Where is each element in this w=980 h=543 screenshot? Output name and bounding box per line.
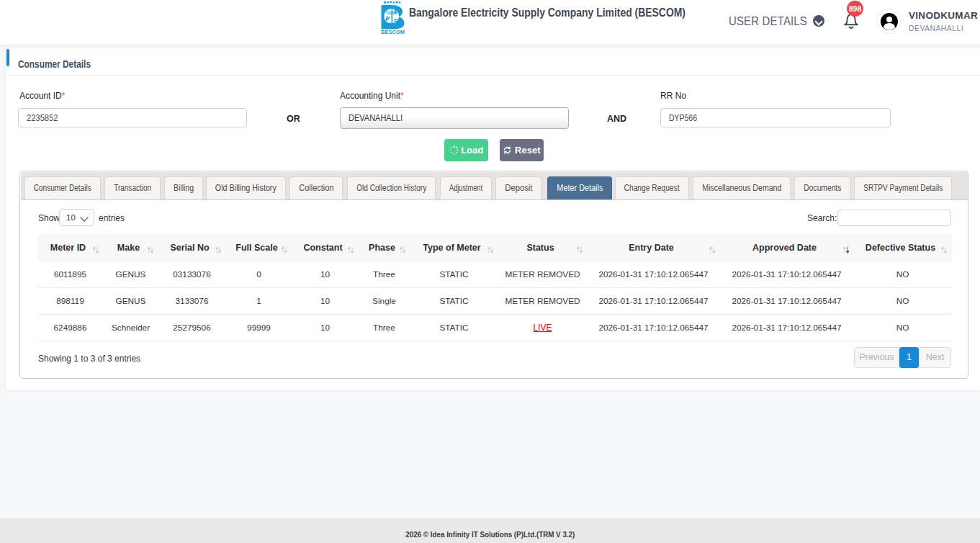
svg-text:BESCOM: BESCOM xyxy=(381,30,405,35)
